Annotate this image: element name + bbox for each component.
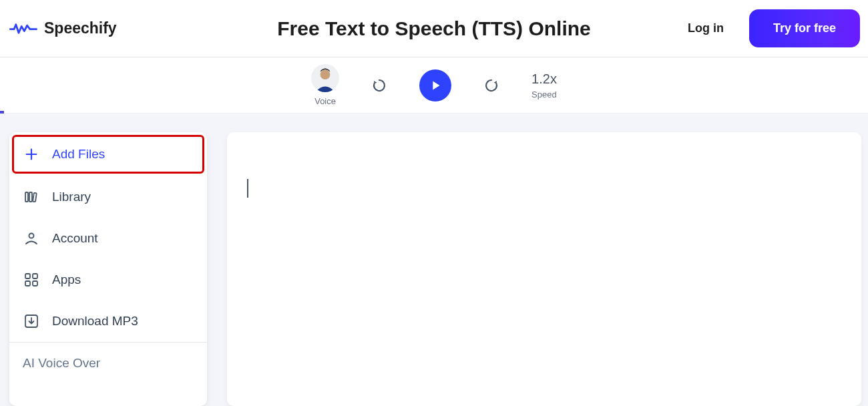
sidebar-item-account[interactable]: Account <box>9 218 207 259</box>
progress-indicator <box>0 111 4 114</box>
library-icon <box>23 188 40 206</box>
content-area: Add Files Library Account <box>0 114 868 406</box>
user-icon <box>23 230 40 247</box>
header-actions: Log in Try for free <box>688 9 861 47</box>
player-bar: Voice 1.2x Speed <box>0 57 868 114</box>
login-link[interactable]: Log in <box>688 21 724 35</box>
svg-point-5 <box>29 234 34 238</box>
voice-avatar <box>311 64 339 92</box>
brand-name: Speechify <box>44 19 117 37</box>
apps-icon <box>23 271 40 288</box>
sidebar-item-library[interactable]: Library <box>9 176 207 218</box>
svg-rect-6 <box>25 274 30 278</box>
play-icon <box>428 78 443 93</box>
svg-point-1 <box>320 69 331 79</box>
logo-wave-icon <box>9 20 37 37</box>
try-for-free-button[interactable]: Try for free <box>749 9 860 47</box>
rewind-icon <box>371 77 387 93</box>
speed-label: Speed <box>531 89 557 99</box>
sidebar-item-label: Apps <box>52 272 81 287</box>
sidebar-item-download-mp3[interactable]: Download MP3 <box>9 300 207 342</box>
speed-value: 1.2x <box>531 71 557 87</box>
svg-rect-9 <box>33 281 37 286</box>
forward-button[interactable] <box>479 73 503 97</box>
svg-rect-8 <box>25 281 30 286</box>
sidebar-item-label: Add Files <box>52 147 105 162</box>
text-caret <box>247 179 248 198</box>
forward-icon <box>483 77 499 93</box>
svg-rect-7 <box>33 274 37 278</box>
sidebar-item-label: Library <box>52 190 91 204</box>
header: Speechify Free Text to Speech (TTS) Onli… <box>0 0 868 57</box>
svg-rect-4 <box>33 193 37 202</box>
sidebar-item-label: AI Voice Over <box>23 356 100 371</box>
sidebar-item-add-files[interactable]: Add Files <box>12 135 204 174</box>
voice-label: Voice <box>311 96 339 106</box>
sidebar-item-ai-voice-over[interactable]: AI Voice Over <box>9 343 207 384</box>
sidebar-item-label: Account <box>52 231 98 246</box>
voice-selector[interactable]: Voice <box>311 64 339 106</box>
plus-icon <box>23 146 40 163</box>
download-icon <box>23 313 40 330</box>
text-editor[interactable] <box>227 132 861 406</box>
sidebar: Add Files Library Account <box>9 132 207 406</box>
logo[interactable]: Speechify <box>7 19 117 37</box>
rewind-button[interactable] <box>367 73 391 97</box>
svg-rect-2 <box>25 192 28 202</box>
play-button[interactable] <box>419 69 451 102</box>
sidebar-item-label: Download MP3 <box>52 314 138 329</box>
page-title: Free Text to Speech (TTS) Online <box>277 17 591 40</box>
svg-rect-3 <box>29 192 32 202</box>
sidebar-item-apps[interactable]: Apps <box>9 259 207 300</box>
speed-selector[interactable]: 1.2x Speed <box>531 71 557 99</box>
